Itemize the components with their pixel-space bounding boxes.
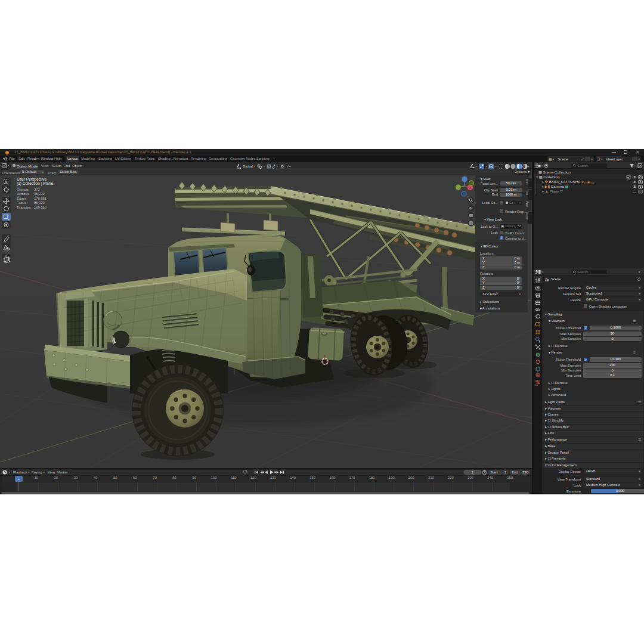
svg-text:Global: Global xyxy=(243,165,253,168)
svg-text:X: X xyxy=(469,186,472,190)
